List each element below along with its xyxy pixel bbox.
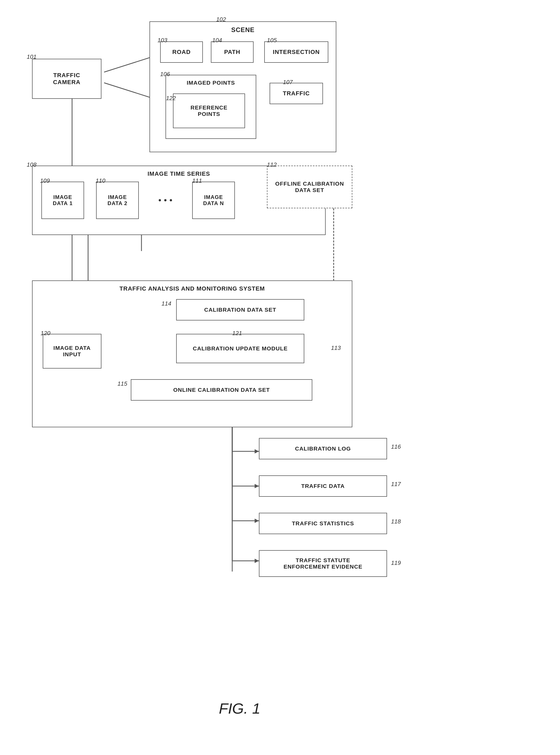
label-104: 104 (212, 37, 222, 44)
label-111: 111 (192, 177, 202, 184)
traffic-camera-box: TRAFFIC CAMERA (32, 59, 101, 99)
label-112: 112 (267, 161, 277, 168)
label-105: 105 (267, 37, 277, 44)
traffic-statistics-box: TRAFFIC STATISTICS (259, 513, 387, 534)
svg-marker-22 (255, 449, 259, 453)
calibration-log-box: CALIBRATION LOG (259, 438, 387, 459)
traffic-statute-box: TRAFFIC STATUTE ENFORCEMENT EVIDENCE (259, 550, 387, 577)
image-data-1-box: IMAGE DATA 1 (41, 181, 84, 219)
label-113: 113 (331, 345, 341, 351)
label-115: 115 (117, 380, 127, 387)
path-box: PATH (211, 41, 254, 63)
intersection-box: INTERSECTION (264, 41, 328, 63)
label-116: 116 (391, 443, 401, 450)
calibration-update-box: CALIBRATION UPDATE MODULE (176, 334, 304, 363)
traffic-data-box: TRAFFIC DATA (259, 476, 387, 497)
label-122: 122 (166, 95, 176, 102)
diagram: TRAFFIC CAMERA 101 SCENE 102 ROAD 103 PA… (0, 0, 560, 755)
figure-label: FIG. 1 (219, 700, 261, 717)
label-101: 101 (27, 53, 37, 60)
label-117: 117 (391, 481, 401, 488)
label-110: 110 (96, 177, 105, 184)
label-109: 109 (40, 177, 50, 184)
traffic-box: TRAFFIC (269, 83, 323, 104)
svg-marker-25 (255, 484, 259, 488)
label-121: 121 (232, 330, 242, 337)
dots-indicator: • • • (149, 190, 181, 211)
label-118: 118 (391, 518, 401, 525)
calibration-data-set-box: CALIBRATION DATA SET (176, 299, 304, 321)
reference-points-box: REFERENCE POINTS (173, 94, 245, 128)
image-data-2-box: IMAGE DATA 2 (96, 181, 139, 219)
label-106: 106 (160, 71, 170, 78)
label-114: 114 (161, 300, 172, 307)
label-107: 107 (283, 79, 293, 86)
road-box: ROAD (160, 41, 203, 63)
svg-marker-28 (255, 519, 259, 523)
offline-calibration-box: OFFLINE CALIBRATION DATA SET (267, 166, 352, 208)
label-108: 108 (27, 161, 37, 168)
label-103: 103 (158, 37, 167, 44)
image-data-n-box: IMAGE DATA N (192, 181, 235, 219)
label-102: 102 (216, 16, 226, 23)
label-120: 120 (41, 330, 51, 337)
svg-marker-31 (255, 559, 259, 563)
image-data-input-box: IMAGE DATA INPUT (43, 334, 101, 369)
online-calibration-box: ONLINE CALIBRATION DATA SET (131, 379, 312, 401)
label-119: 119 (391, 560, 401, 566)
